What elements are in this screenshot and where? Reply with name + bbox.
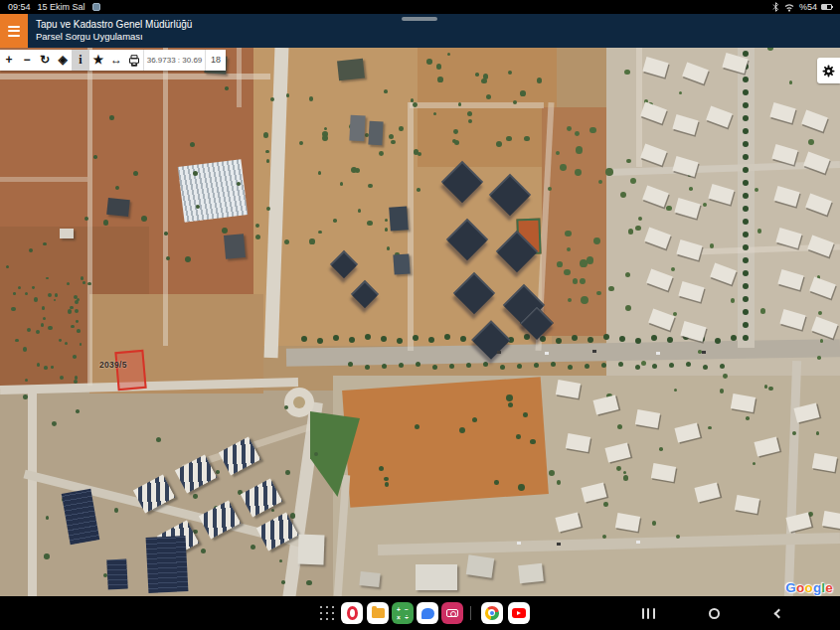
map-feature — [163, 48, 168, 346]
map-feature — [524, 136, 530, 142]
calculator-icon[interactable]: +−×÷ — [392, 602, 414, 624]
map-feature — [667, 337, 673, 343]
battery-icon — [821, 4, 832, 10]
back-icon — [774, 608, 784, 618]
map-feature — [77, 329, 81, 333]
camera-icon[interactable] — [441, 602, 463, 624]
zoom-in-button[interactable]: + — [0, 50, 18, 71]
map-feature — [636, 541, 640, 544]
app-drawer-icon[interactable] — [320, 606, 335, 621]
map-feature — [365, 365, 370, 370]
measure-button[interactable]: ↔ — [107, 50, 125, 71]
app-subtitle: Parsel Sorgu Uygulaması — [36, 31, 192, 43]
map-feature — [290, 513, 295, 518]
opera-icon[interactable] — [341, 602, 363, 624]
map-feature — [333, 335, 339, 341]
favorites-button[interactable]: ★ — [89, 50, 107, 71]
map-feature — [368, 121, 383, 146]
map-feature — [723, 374, 728, 379]
map-feature — [59, 339, 62, 342]
refresh-button[interactable]: ↻ — [36, 50, 54, 71]
recents-button[interactable] — [628, 596, 668, 630]
messages-icon[interactable] — [417, 602, 438, 624]
map-feature — [616, 466, 621, 471]
map-feature — [620, 192, 626, 198]
map-feature — [28, 386, 37, 596]
map-feature — [767, 48, 773, 51]
map-feature — [384, 89, 388, 93]
map-feature — [757, 229, 761, 233]
map-feature — [524, 334, 530, 340]
app-title-block: Tapu ve Kadastro Genel Müdürlüğü Parsel … — [36, 19, 192, 43]
chrome-icon[interactable] — [481, 602, 503, 624]
map-feature — [703, 365, 708, 370]
map-feature — [84, 217, 88, 221]
map-feature — [381, 336, 387, 342]
map-feature — [196, 205, 200, 209]
map-feature — [523, 412, 527, 416]
map-feature — [68, 309, 72, 313]
map-feature — [520, 90, 526, 96]
map-feature — [309, 238, 314, 243]
map-feature — [413, 335, 419, 341]
map-feature — [32, 286, 35, 289]
map-feature — [588, 337, 593, 343]
print-button[interactable] — [125, 50, 143, 71]
map-feature — [46, 277, 48, 279]
map-feature — [466, 554, 495, 577]
map-feature — [433, 112, 436, 115]
map-feature — [301, 336, 307, 342]
pan-button[interactable]: ◈ — [54, 50, 72, 71]
map-feature — [743, 154, 749, 160]
map-feature — [222, 228, 228, 234]
wifi-icon — [783, 2, 795, 12]
map-feature — [820, 339, 823, 342]
parcel-highlight[interactable] — [114, 350, 146, 391]
map-feature — [87, 282, 90, 285]
my-files-icon[interactable] — [367, 602, 389, 624]
map-canvas[interactable]: 2039/5 +−↻◈i★↔ 36.9733 : 30.69 18 Google — [0, 48, 840, 596]
map-feature — [46, 516, 50, 520]
map-feature — [624, 70, 630, 76]
map-feature — [715, 338, 721, 344]
map-feature — [309, 96, 314, 101]
map-feature — [348, 362, 353, 367]
map-feature — [760, 308, 765, 313]
map-feature — [432, 365, 437, 370]
map-feature — [618, 362, 623, 367]
map-feature — [508, 71, 512, 75]
map-feature — [567, 126, 572, 131]
map-feature — [808, 139, 814, 145]
map-feature — [106, 558, 128, 589]
map-feature — [572, 335, 578, 341]
map-feature — [560, 164, 567, 171]
youtube-icon[interactable] — [508, 602, 530, 624]
map-feature — [93, 155, 96, 158]
hamburger-menu-button[interactable] — [0, 14, 28, 48]
map-feature — [83, 281, 85, 284]
map-feature — [415, 424, 420, 429]
map-feature — [426, 59, 432, 65]
map-feature — [674, 389, 677, 392]
info-button[interactable]: i — [72, 50, 89, 71]
map-feature — [106, 198, 130, 217]
map-feature — [306, 580, 312, 586]
map-feature — [720, 364, 725, 369]
map-feature — [399, 363, 404, 368]
map-feature — [340, 182, 343, 185]
map-feature — [575, 131, 580, 136]
map-feature — [602, 535, 606, 539]
map-feature — [494, 480, 499, 485]
map-feature — [60, 229, 74, 238]
map-feature — [393, 253, 410, 274]
map-feature — [416, 564, 457, 590]
back-button[interactable] — [757, 596, 797, 630]
map-feature — [472, 417, 477, 422]
map-feature — [743, 115, 749, 121]
map-feature — [146, 536, 189, 593]
settings-button[interactable] — [817, 58, 840, 83]
home-button[interactable] — [694, 596, 734, 630]
map-feature — [817, 356, 821, 360]
zoom-out-button[interactable]: − — [18, 50, 36, 71]
map-feature — [255, 224, 259, 228]
